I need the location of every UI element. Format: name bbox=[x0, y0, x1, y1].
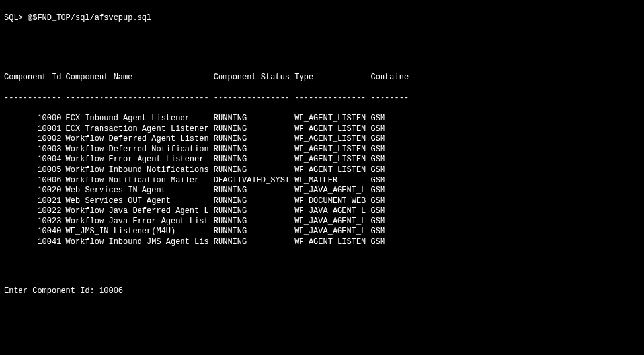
comp-table-row: 10005 Workflow Inbound Notifications RUN… bbox=[4, 165, 640, 176]
comp-table-row: 10004 Workflow Error Agent Listener RUNN… bbox=[4, 155, 640, 165]
comp-table-divider: ------------ ---------------------------… bbox=[4, 93, 640, 104]
comp-table-row: 10022 Workflow Java Deferred Agent L RUN… bbox=[4, 206, 640, 217]
comp-table-row: 10020 Web Services IN Agent RUNNING WF_J… bbox=[4, 186, 640, 196]
sql-prompt-line: SQL> @$FND_TOP/sql/afsvcpup.sql bbox=[4, 13, 640, 24]
comp-table-row: 10006 Workflow Notification Mailer DEACT… bbox=[4, 176, 640, 186]
comp-table-row: 10000 ECX Inbound Agent Listener RUNNING… bbox=[4, 114, 640, 124]
comp-table-header: Component Id Component Name Component St… bbox=[4, 73, 640, 83]
comp-table-row: 10040 WF_JMS_IN Listener(M4U) RUNNING WF… bbox=[4, 227, 640, 237]
comp-table-row: 10003 Workflow Deferred Notification RUN… bbox=[4, 145, 640, 155]
comp-table-row: 10023 Workflow Java Error Agent List RUN… bbox=[4, 217, 640, 227]
comp-table-row: 10021 Web Services OUT Agent RUNNING WF_… bbox=[4, 196, 640, 207]
enter-component-id: Enter Component Id: 10006 bbox=[4, 286, 640, 297]
terminal-output: SQL> @$FND_TOP/sql/afsvcpup.sql Componen… bbox=[0, 0, 644, 355]
comp-table-row: 10002 Workflow Deferred Agent Listen RUN… bbox=[4, 134, 640, 145]
comp-table-row: 10001 ECX Transaction Agent Listener RUN… bbox=[4, 124, 640, 135]
comp-table-row: 10041 Workflow Inbound JMS Agent Lis RUN… bbox=[4, 237, 640, 248]
